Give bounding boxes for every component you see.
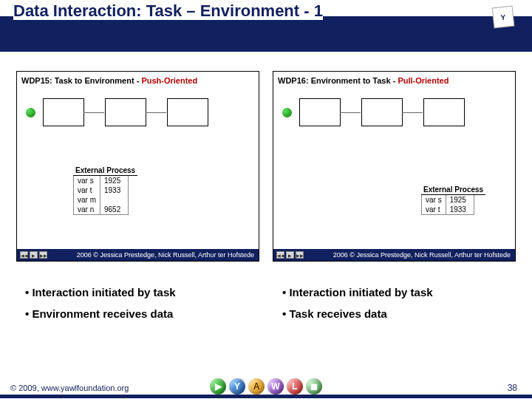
panel-right-id: WDP16:	[278, 76, 311, 85]
panel-right-accent: Pull-Oriented	[398, 76, 449, 85]
diagram-row-left	[26, 98, 208, 126]
play-button[interactable]: ▶	[30, 251, 38, 259]
task-box	[167, 98, 208, 126]
bullet-item: • Task receives data	[282, 304, 516, 325]
panel-right-footer: ◀◀ ▶ ▶▶ 2006 © Jessica Prestedge, Nick R…	[273, 249, 515, 261]
ext-proc-label: External Process	[73, 166, 137, 176]
panel-left-main: Task to Environment -	[55, 76, 142, 85]
logo-stop-icon: ◼	[306, 378, 322, 395]
forward-button[interactable]: ▶▶	[296, 251, 304, 259]
start-dot-icon	[282, 108, 292, 117]
diagram-row-right	[282, 98, 465, 126]
panel-left-footer: ◀◀ ▶ ▶▶ 2006 © Jessica Prestedge, Nick R…	[17, 249, 259, 261]
panel-left: WDP15: Task to Environment - Push-Orient…	[16, 71, 259, 262]
panel-left-id: WDP15:	[21, 76, 55, 85]
bullet-item: • Environment receives data	[25, 304, 259, 325]
logo-play-icon: ▶	[210, 378, 226, 395]
table-row: var n9652	[74, 205, 129, 215]
page-number: 38	[508, 383, 517, 393]
logo-a-icon: A	[248, 378, 265, 395]
bullet-item: • Interaction initiated by task	[25, 282, 259, 304]
start-dot-icon	[26, 108, 35, 117]
task-box	[43, 98, 84, 126]
panels-row: WDP15: Task to Environment - Push-Orient…	[0, 52, 532, 262]
logo-l-icon: L	[287, 378, 303, 395]
slide-footer: © 2009, www.yawlfoundation.org ▶ Y A W L…	[0, 377, 532, 399]
task-box	[299, 98, 341, 126]
table-row: var s1925	[74, 176, 129, 185]
table-row: var t1933	[74, 185, 129, 195]
table-row: var s1925	[422, 195, 474, 205]
logo-w-icon: W	[267, 378, 284, 395]
play-button[interactable]: ▶	[286, 251, 294, 259]
slide-title: Data Interaction: Task – Environment - 1	[13, 1, 323, 20]
bullets-row: • Interaction initiated by task • Enviro…	[0, 262, 532, 324]
forward-button[interactable]: ▶▶	[39, 251, 47, 259]
external-process-left: External Process var s1925 var t1933 var…	[73, 163, 137, 215]
task-box	[361, 98, 403, 126]
title-band: Data Interaction: Task – Environment - 1…	[0, 0, 532, 52]
panel-right-title: WDP16: Environment to Task - Pull-Orient…	[278, 76, 449, 85]
corner-logo-text: Y	[500, 13, 506, 21]
rewind-button[interactable]: ◀◀	[276, 251, 284, 259]
ext-proc-label: External Process	[421, 185, 485, 195]
footer-logo: ▶ Y A W L ◼	[210, 378, 322, 395]
rewind-button[interactable]: ◀◀	[20, 251, 28, 259]
bullets-left: • Interaction initiated by task • Enviro…	[25, 282, 259, 324]
task-box	[423, 98, 465, 126]
table-row: var m	[74, 195, 129, 205]
panel-right-credit: 2006 © Jessica Prestedge, Nick Russell, …	[333, 251, 515, 259]
external-process-right: External Process var s1925 var t1933	[421, 182, 485, 215]
panel-left-credit: 2006 © Jessica Prestedge, Nick Russell, …	[77, 251, 259, 259]
corner-logo: Y	[493, 7, 514, 28]
table-row: var t1933	[422, 205, 474, 215]
panel-left-accent: Push-Oriented	[141, 76, 197, 85]
var-table-left: var s1925 var t1933 var m var n9652	[73, 176, 129, 215]
logo-y-icon: Y	[229, 378, 245, 395]
bullets-right: • Interaction initiated by task • Task r…	[282, 282, 516, 324]
var-table-right: var s1925 var t1933	[421, 195, 474, 215]
footer-copyright: © 2009, www.yawlfoundation.org	[10, 383, 129, 392]
panel-left-title: WDP15: Task to Environment - Push-Orient…	[21, 76, 197, 85]
panel-right: WDP16: Environment to Task - Pull-Orient…	[273, 71, 516, 262]
panel-right-main: Environment to Task -	[311, 76, 398, 85]
task-box	[105, 98, 146, 126]
bullet-item: • Interaction initiated by task	[282, 282, 516, 304]
